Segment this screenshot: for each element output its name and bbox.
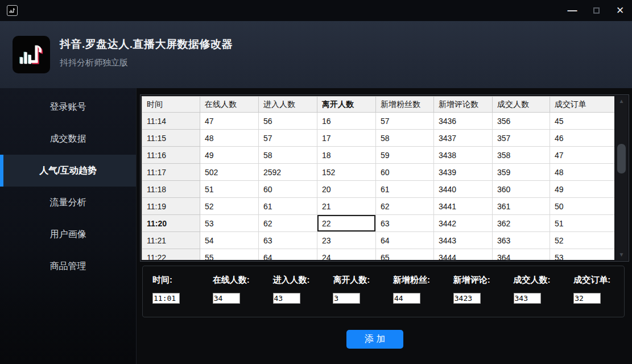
table-cell[interactable]: 61 [259,198,317,215]
table-cell[interactable]: 3437 [434,130,493,147]
table-cell[interactable]: 61 [376,181,434,198]
table-cell[interactable]: 20 [317,181,376,198]
table-cell[interactable]: 357 [493,130,550,147]
table-cell[interactable]: 18 [317,147,376,164]
table-cell[interactable]: 17 [317,130,376,147]
field-input-7[interactable] [573,293,601,304]
table-cell[interactable]: 51 [200,181,259,198]
table-cell[interactable]: 57 [376,113,434,130]
table-cell[interactable]: 62 [376,198,434,215]
table-cell[interactable]: 53 [550,249,615,260]
table-cell[interactable]: 49 [200,147,259,164]
table-cell[interactable]: 54 [200,232,259,249]
field-input-0[interactable] [152,293,180,304]
sidebar-item-4[interactable]: 用户画像 [0,218,136,250]
column-header-5[interactable]: 新增评论数 [434,97,493,113]
scroll-down-icon[interactable]: ▼ [616,251,627,259]
table-cell[interactable]: 63 [376,215,434,232]
table-cell[interactable]: 45 [550,113,615,130]
row-header[interactable]: 11:15 [142,130,200,147]
table-cell[interactable]: 57 [259,130,317,147]
table-cell[interactable]: 3440 [434,181,493,198]
column-header-4[interactable]: 新增粉丝数 [376,97,434,113]
table-cell[interactable]: 48 [200,130,259,147]
table-cell[interactable]: 502 [200,164,259,181]
sidebar-item-3[interactable]: 流量分析 [0,187,136,218]
minimize-button[interactable]: — [560,0,584,21]
table-cell[interactable]: 58 [376,130,434,147]
table-cell[interactable]: 16 [317,113,376,130]
table-cell[interactable]: 59 [376,147,434,164]
table-cell[interactable]: 47 [200,113,259,130]
row-header[interactable]: 11:19 [142,198,200,215]
field-input-2[interactable] [273,293,300,304]
close-button[interactable]: ✕ [608,0,632,21]
table-cell[interactable]: 3442 [434,215,493,232]
scroll-up-icon[interactable]: ▲ [616,97,627,105]
table-cell[interactable]: 46 [550,130,615,147]
table-cell[interactable]: 64 [259,249,317,260]
table-cell[interactable]: 62 [259,215,317,232]
sidebar-item-1[interactable]: 成交数据 [0,123,136,155]
table-cell[interactable]: 21 [317,198,376,215]
table-cell[interactable]: 60 [376,164,434,181]
table-cell[interactable]: 364 [493,249,550,260]
add-button[interactable]: 添 加 [346,330,403,349]
row-header[interactable]: 11:21 [142,232,200,249]
row-header[interactable]: 11:16 [142,147,200,164]
table-cell[interactable]: 53 [200,215,259,232]
table-cell[interactable]: 3441 [434,198,493,215]
table-cell[interactable]: 361 [493,198,550,215]
column-header-3[interactable]: 离开人数 [317,97,376,113]
column-header-1[interactable]: 在线人数 [200,97,259,113]
column-header-0[interactable]: 时间 [142,97,200,113]
row-header[interactable]: 11:22 [142,249,200,260]
row-header[interactable]: 11:17 [142,164,200,181]
row-header[interactable]: 11:14 [142,113,200,130]
table-cell[interactable]: 55 [200,249,259,260]
row-header[interactable]: 11:18 [142,181,200,198]
table-cell[interactable]: 65 [376,249,434,260]
field-input-1[interactable] [213,293,240,304]
table-cell[interactable]: 64 [376,232,434,249]
table-cell[interactable]: 51 [550,215,615,232]
table-cell[interactable]: 3438 [434,147,493,164]
field-input-4[interactable] [393,293,420,304]
table-cell[interactable]: 2592 [259,164,317,181]
table-cell[interactable]: 3443 [434,232,493,249]
table-cell[interactable]: 362 [493,215,550,232]
field-input-5[interactable] [453,293,481,304]
scrollbar-thumb[interactable] [617,144,626,173]
table-cell[interactable]: 360 [493,181,550,198]
table-cell[interactable]: 3444 [434,249,493,260]
table-cell[interactable]: 56 [259,113,317,130]
field-input-3[interactable] [333,293,360,304]
table-cell[interactable]: 22 [317,215,376,232]
column-header-6[interactable]: 成交人数 [493,97,550,113]
table-cell[interactable]: 48 [550,164,615,181]
table-cell[interactable]: 3439 [434,164,493,181]
maximize-button[interactable] [584,0,608,21]
table-cell[interactable]: 60 [259,181,317,198]
table-cell[interactable]: 63 [259,232,317,249]
table-cell[interactable]: 47 [550,147,615,164]
column-header-7[interactable]: 成交订单 [550,97,615,113]
sidebar-item-5[interactable]: 商品管理 [0,250,136,282]
field-input-6[interactable] [514,293,541,304]
table-cell[interactable]: 359 [493,164,550,181]
table-cell[interactable]: 52 [550,232,615,249]
table-cell[interactable]: 23 [317,232,376,249]
table-cell[interactable]: 363 [493,232,550,249]
column-header-2[interactable]: 进入人数 [259,97,317,113]
table-cell[interactable]: 52 [200,198,259,215]
table-cell[interactable]: 152 [317,164,376,181]
table-cell[interactable]: 50 [550,198,615,215]
table-cell[interactable]: 49 [550,181,615,198]
table-cell[interactable]: 358 [493,147,550,164]
table-cell[interactable]: 58 [259,147,317,164]
table-cell[interactable]: 3436 [434,113,493,130]
table-cell[interactable]: 24 [317,249,376,260]
table-cell[interactable]: 356 [493,113,550,130]
sidebar-item-0[interactable]: 登录账号 [0,91,136,123]
sidebar-item-2[interactable]: 人气/互动趋势 [0,155,136,187]
